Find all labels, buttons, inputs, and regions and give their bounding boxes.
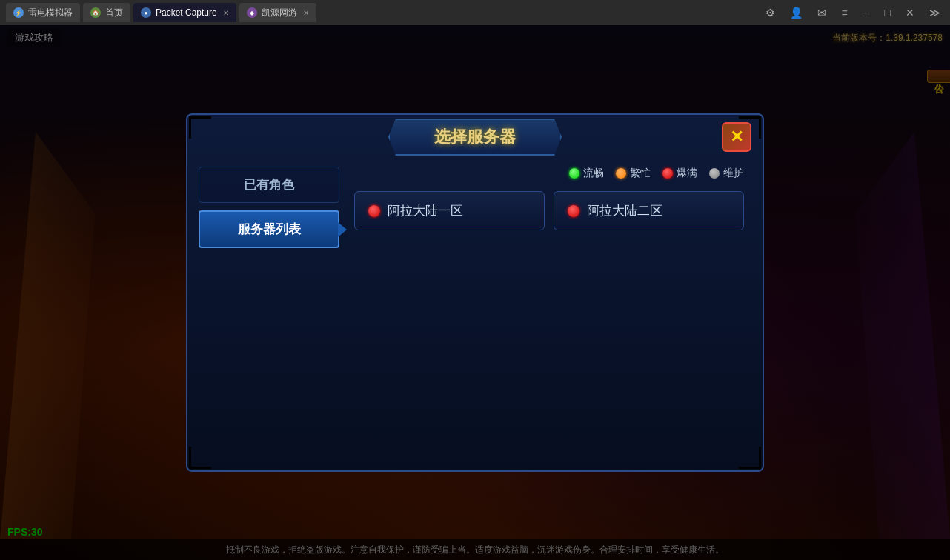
browser-chrome: ⚡ 雷电模拟器 🏠 首页 ● Packet Capture ✕ ◆ 凯源网游 ✕…	[0, 0, 950, 25]
status-legend: 流畅 繁忙 爆满 维护	[347, 167, 751, 187]
window-controls: ⚙ 👤 ✉ ≡ ─ □ ✕ ≫	[762, 5, 944, 20]
server-select-modal: 选择服务器 ✕ 已有角色 服务器列表 流畅	[186, 113, 764, 472]
minimize-button[interactable]: ─	[859, 5, 874, 20]
server-item-1[interactable]: 阿拉大陆一区	[354, 191, 545, 230]
btn-server-list[interactable]: 服务器列表	[199, 210, 339, 248]
status-maintenance: 维护	[709, 167, 744, 180]
status-full: 爆满	[662, 167, 697, 180]
smooth-dot	[569, 168, 579, 179]
menu-icon[interactable]: ≡	[837, 5, 851, 20]
modal-body: 已有角色 服务器列表 流畅 繁忙	[187, 159, 763, 456]
modal-sidebar: 已有角色 服务器列表	[199, 167, 347, 448]
expand-icon[interactable]: ≫	[926, 5, 944, 20]
server-item-2[interactable]: 阿拉大陆二区	[554, 191, 744, 230]
emulator-icon: ⚡	[13, 7, 24, 18]
mail-icon[interactable]: ✉	[814, 5, 830, 20]
modal-close-button[interactable]: ✕	[722, 122, 751, 152]
btn-existing-role[interactable]: 已有角色	[199, 167, 339, 203]
corner-br	[739, 447, 761, 469]
maintenance-dot	[709, 168, 720, 179]
modal-title: 选择服务器	[388, 119, 562, 156]
status-smooth: 流畅	[569, 167, 604, 180]
tab-home[interactable]: 🏠 首页	[83, 3, 130, 22]
corner-bl	[189, 447, 211, 469]
server-grid: 阿拉大陆一区 阿拉大陆二区	[347, 187, 751, 234]
modal-content: 流畅 繁忙 爆满 维护	[347, 167, 751, 448]
close-packet-tab[interactable]: ✕	[223, 9, 229, 17]
home-icon: 🏠	[90, 7, 101, 18]
tab-packet-capture[interactable]: ● Packet Capture ✕	[133, 3, 236, 22]
game-icon: ◆	[247, 7, 257, 18]
server-2-status-dot	[568, 205, 579, 217]
busy-dot	[616, 168, 626, 179]
packet-icon: ●	[141, 7, 151, 18]
server-1-status-dot	[368, 205, 380, 217]
status-busy: 繁忙	[616, 167, 651, 180]
game-area: 游戏攻略 当前版本号：1.39.1.237578 公告 选择服务器 ✕ 已有角色…	[0, 25, 950, 560]
tab-emulator[interactable]: ⚡ 雷电模拟器	[6, 3, 80, 22]
tab-game[interactable]: ◆ 凯源网游 ✕	[239, 3, 316, 22]
modal-overlay: 选择服务器 ✕ 已有角色 服务器列表 流畅	[0, 25, 950, 560]
user-icon[interactable]: 👤	[786, 5, 806, 20]
close-game-tab[interactable]: ✕	[303, 9, 309, 17]
settings-icon[interactable]: ⚙	[762, 5, 779, 20]
full-dot	[662, 168, 673, 179]
modal-title-bar: 选择服务器 ✕	[187, 115, 763, 159]
close-button[interactable]: ✕	[902, 5, 918, 20]
restore-button[interactable]: □	[881, 5, 894, 20]
